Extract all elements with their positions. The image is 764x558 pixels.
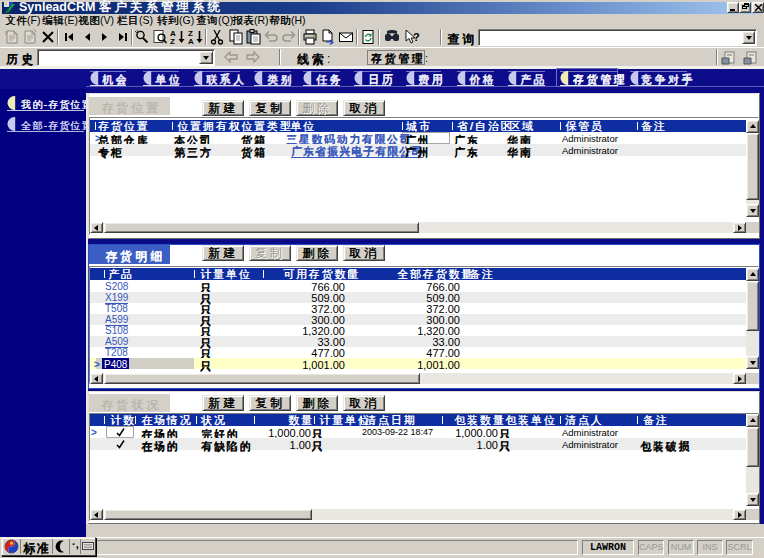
svg-text:?: ? [413,31,420,43]
svg-text:A: A [188,37,194,45]
svg-text:Z: Z [170,37,175,45]
